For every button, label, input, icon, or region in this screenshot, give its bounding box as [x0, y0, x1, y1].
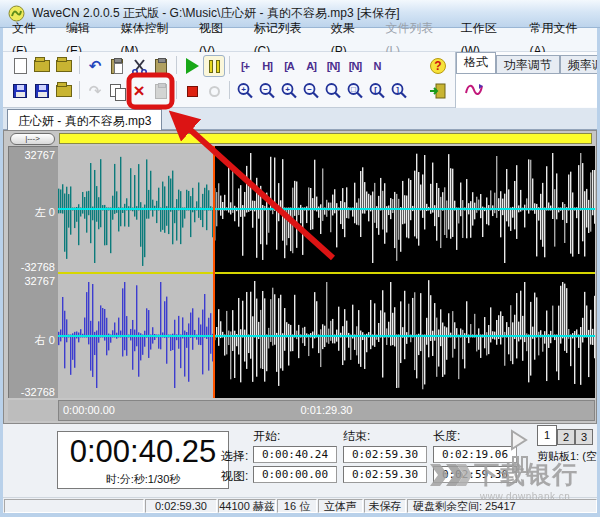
toolbar-separator: [225, 81, 234, 101]
document-tab-bar: 庄心妍 - 真的不容易.mp3: [3, 108, 597, 130]
status-segment-5: 未保存: [364, 499, 406, 513]
select-to-start-button[interactable]: [+: [234, 55, 256, 77]
document-tab-label: 庄心妍 - 真的不容易.mp3: [18, 114, 151, 128]
undo-button[interactable]: ↶: [84, 55, 106, 77]
save-as-button[interactable]: [31, 80, 53, 102]
toolbar-separator: [172, 56, 181, 76]
format-convert-icon[interactable]: [464, 81, 484, 101]
toolbar-separator: [75, 56, 84, 76]
panel-tab-1[interactable]: 功率调节: [496, 55, 560, 73]
svg-text:+: +: [241, 85, 246, 94]
status-segment-2: 44100 赫兹: [218, 499, 276, 513]
save-button[interactable]: [9, 80, 31, 102]
time-field-1-1[interactable]: 0:02:59.30: [343, 466, 427, 483]
redo-button[interactable]: ↷: [84, 80, 106, 102]
status-bar: 0:02:59.3044100 赫兹16 位立体声未保存硬盘剩余空间: 2541…: [3, 497, 597, 513]
wavecn-window: WaveCN 2.0.0.5 正式版 - G:\Music\庄心妍 - 真的不容…: [0, 0, 600, 517]
play-button[interactable]: [181, 55, 203, 77]
ruler-label: 32767: [24, 275, 55, 287]
column-header-2: 长度:: [433, 428, 460, 445]
position-display-caption: 时:分:秒:1/30秒: [57, 472, 229, 489]
panel-tab-0[interactable]: 格式: [456, 52, 496, 73]
paste-as-new-button[interactable]: [106, 55, 128, 77]
cut-button[interactable]: [128, 55, 150, 77]
toolbar-separator: [225, 56, 234, 76]
clipboard-tab-3[interactable]: 3: [575, 429, 593, 445]
column-header-1: 结束:: [343, 428, 370, 445]
zoom-in-button[interactable]: +: [234, 80, 256, 102]
close-file-button[interactable]: [53, 55, 75, 77]
zoom-out-button[interactable]: −: [256, 80, 278, 102]
clipboard-status: 剪贴板1: (空: [537, 449, 597, 464]
document-tab[interactable]: 庄心妍 - 真的不容易.mp3: [7, 109, 162, 130]
select-to-end-button[interactable]: H]: [256, 55, 278, 77]
select-view-button[interactable]: [N]: [344, 55, 366, 77]
zoom-right-button[interactable]: ]: [388, 80, 410, 102]
svg-text:−: −: [263, 85, 268, 94]
zoom-in-vertical-button[interactable]: +: [278, 80, 300, 102]
ruler-label: 右 0: [35, 333, 55, 348]
timeline-start-label: 0:00:00.00: [63, 404, 115, 416]
paste-insert-button[interactable]: [150, 80, 172, 102]
time-field-1-0[interactable]: 0:00:00.00: [253, 466, 337, 483]
waveform-display[interactable]: [58, 146, 595, 398]
file-manager-button[interactable]: [53, 80, 75, 102]
pause-indicator-icon: [511, 456, 529, 478]
toolbar: ↶[+H][AA][N][N]N ↷×+−+−□[] ? 格式功率调节频率调节: [3, 52, 597, 108]
waveform-editor: |---> 32767 左 0 -32768 32767 右 0 -32768 …: [3, 130, 597, 424]
position-display: 0:00:40.25: [57, 431, 229, 473]
marker-button[interactable]: |--->: [10, 133, 55, 145]
cursor-to-start-button[interactable]: [A: [278, 55, 300, 77]
timeline-corner: [8, 400, 58, 421]
panel-tab-2[interactable]: 频率调节: [560, 55, 597, 73]
paste-button[interactable]: [150, 55, 172, 77]
time-field-0-0[interactable]: 0:00:40.24: [253, 446, 337, 463]
toolbar-separator: [75, 81, 84, 101]
record-button[interactable]: [203, 80, 225, 102]
column-header-0: 开始:: [253, 428, 280, 445]
play-indicator-icon: [508, 428, 530, 456]
toolbar-separator: [172, 81, 181, 101]
delete-button[interactable]: ×: [128, 80, 150, 102]
marker-flag-button[interactable]: N: [366, 55, 388, 77]
transport-panel: 0:00:40.25 时:分:秒:1/30秒 开始:结束:长度:选择:0:00:…: [3, 424, 597, 497]
timeline-mid-label: 0:01:29.30: [301, 404, 353, 416]
status-segment-1: 0:02:59.30: [145, 499, 217, 513]
select-all-button[interactable]: [N]: [322, 55, 344, 77]
time-field-0-1[interactable]: 0:02:59.30: [343, 446, 427, 463]
status-segment-3: 16 位: [277, 499, 317, 513]
time-field-1-2[interactable]: 0:02:59.30: [433, 466, 517, 483]
exit-button[interactable]: [427, 80, 449, 102]
new-file-button[interactable]: [9, 55, 31, 77]
open-file-button[interactable]: [31, 55, 53, 77]
stop-button[interactable]: [181, 80, 203, 102]
zoom-reset-button[interactable]: [322, 80, 344, 102]
zoom-left-button[interactable]: [: [366, 80, 388, 102]
svg-text:−: −: [307, 85, 312, 94]
amplitude-ruler: 32767 左 0 -32768 32767 右 0 -32768: [8, 146, 58, 398]
ruler-label: -32768: [21, 261, 55, 273]
timeline-ruler[interactable]: 0:00:00.00 0:01:29.30: [58, 400, 595, 421]
row-label-1: 视图:: [221, 468, 248, 485]
pause-button[interactable]: [203, 55, 225, 77]
copy-button[interactable]: [106, 80, 128, 102]
row-label-0: 选择:: [221, 448, 248, 465]
menu-bar: 文件(F)编辑(E)媒体控制(M)视图(V)标记列表(C)效果(P)文件列表(L…: [3, 28, 597, 52]
zoom-selection-button[interactable]: □: [344, 80, 366, 102]
help-button[interactable]: ?: [427, 55, 449, 77]
ruler-label: -32768: [21, 386, 55, 398]
time-field-0-2[interactable]: 0:02:19.06: [433, 446, 517, 463]
status-disk-space: 硬盘剩余空间: 25417: [407, 499, 597, 513]
clipboard-tab-2[interactable]: 2: [557, 429, 575, 445]
ruler-label: 32767: [24, 149, 55, 161]
zoom-out-vertical-button[interactable]: −: [300, 80, 322, 102]
position-bar[interactable]: [59, 133, 592, 144]
svg-text:[: [: [374, 85, 377, 94]
effects-panel: 格式功率调节频率调节: [455, 52, 597, 108]
cursor-to-end-button[interactable]: A]: [300, 55, 322, 77]
clipboard-tab-1[interactable]: 1: [537, 425, 557, 446]
ruler-label: 左 0: [35, 205, 55, 220]
svg-text:]: ]: [396, 85, 399, 94]
svg-text:+: +: [285, 85, 290, 94]
status-segment-4: 立体声: [318, 499, 363, 513]
